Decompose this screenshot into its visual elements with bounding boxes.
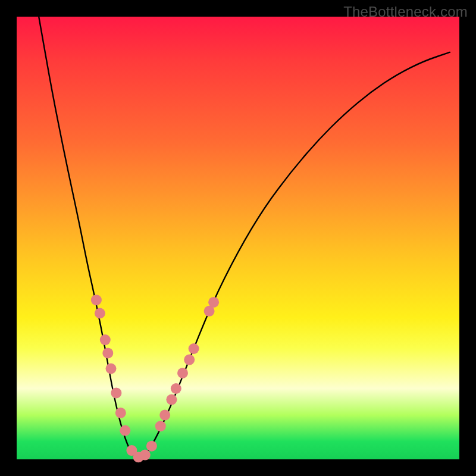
data-marker — [140, 450, 151, 461]
data-marker — [166, 394, 177, 405]
data-marker — [115, 408, 126, 418]
data-marker — [111, 387, 121, 398]
data-marker — [171, 383, 181, 394]
data-marker — [159, 410, 170, 421]
data-marker — [208, 297, 219, 308]
data-marker — [189, 343, 199, 354]
data-marker — [91, 295, 102, 305]
data-marker — [184, 355, 195, 365]
curve-svg — [17, 17, 459, 459]
data-marker — [120, 425, 130, 436]
data-marker — [177, 368, 188, 378]
watermark-text: TheBottleneck.com — [343, 4, 468, 20]
plot-area — [17, 17, 459, 459]
data-marker — [100, 334, 111, 345]
chart-frame: TheBottleneck.com — [0, 0, 476, 476]
data-marker — [146, 441, 157, 452]
data-marker — [95, 308, 105, 319]
data-marker — [102, 347, 113, 358]
bottleneck-curve — [39, 17, 450, 458]
data-marker — [106, 364, 117, 374]
data-marker — [155, 421, 166, 431]
